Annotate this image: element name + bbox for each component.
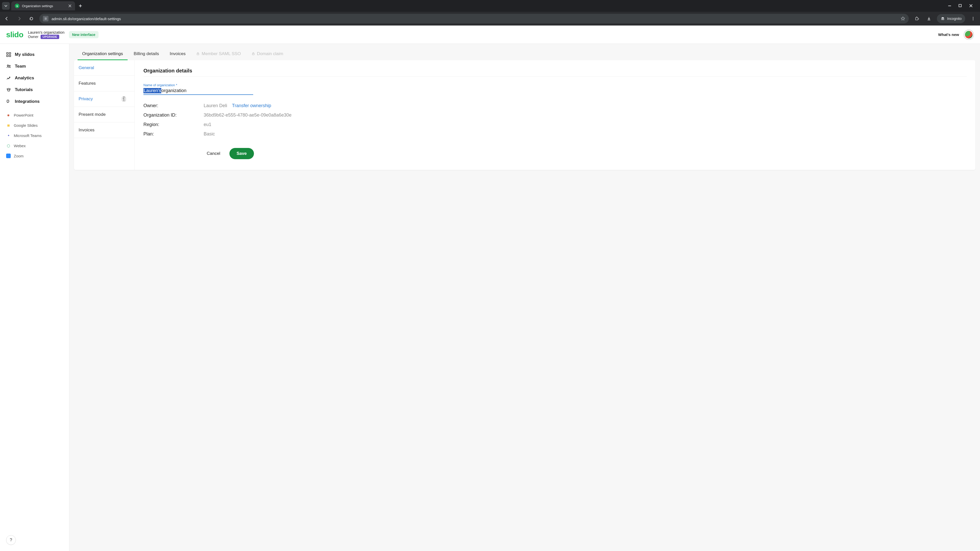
selected-text: Lauren's [143, 88, 161, 94]
region-label: Region: [143, 122, 201, 127]
header-org-name: Lauren's organization [28, 30, 65, 35]
org-block: Lauren's organization Owner UPGRADE [28, 30, 65, 39]
owner-label: Owner: [143, 103, 201, 108]
browser-menu-button[interactable] [969, 14, 977, 23]
sub-tab-invoices[interactable]: Invoices [74, 122, 135, 138]
sub-tab-general[interactable]: General [74, 60, 135, 76]
sidebar: My slidos Team Analytics Tutorials Integ… [0, 44, 69, 551]
extensions-button[interactable] [912, 14, 921, 23]
sidebar-item-tutorials[interactable]: Tutorials [3, 85, 67, 95]
maximize-icon [959, 4, 962, 7]
bookmark-button[interactable] [900, 16, 905, 21]
svg-rect-11 [6, 55, 8, 57]
star-icon [900, 16, 905, 21]
tab-invoices[interactable]: Invoices [165, 48, 190, 60]
sub-tabs: General Features Privacy ╢ Present mode … [74, 60, 135, 170]
svg-rect-15 [197, 54, 199, 55]
sub-tab-features[interactable]: Features [74, 76, 135, 91]
new-interface-badge[interactable]: New interface [69, 31, 98, 38]
sidebar-item-analytics[interactable]: Analytics [3, 73, 67, 83]
integration-label: Google Slides [14, 123, 38, 127]
nav-back-button[interactable] [3, 14, 11, 23]
downloads-button[interactable] [924, 14, 933, 23]
whats-new-button[interactable]: What's new [938, 32, 959, 37]
plus-icon [79, 4, 82, 8]
sidebar-item-integrations[interactable]: Integrations [3, 97, 67, 106]
integration-label: Microsoft Teams [14, 133, 41, 138]
integration-google-slides[interactable]: ▦ Google Slides [3, 121, 67, 130]
transfer-ownership-link[interactable]: Transfer ownership [232, 103, 271, 108]
tab-organization-settings[interactable]: Organization settings [78, 48, 127, 60]
section-title: Organization details [143, 68, 967, 74]
input-rest-text: organization [161, 88, 186, 94]
window-maximize-button[interactable] [959, 4, 964, 8]
svg-point-4 [942, 19, 942, 20]
cancel-button[interactable]: Cancel [201, 148, 226, 159]
site-settings-icon[interactable] [43, 16, 48, 21]
app-body: My slidos Team Analytics Tutorials Integ… [0, 44, 980, 551]
sub-tab-label: General [79, 65, 94, 70]
url-text: admin.sli.do/organization/default-settin… [52, 17, 121, 21]
app-header: slido Lauren's organization Owner UPGRAD… [0, 25, 980, 44]
field-label-text: Name of organization [143, 83, 175, 87]
sub-tab-privacy[interactable]: Privacy ╢ [74, 91, 135, 107]
nav-forward-button[interactable] [15, 14, 24, 23]
toolbar-right: Incognito [912, 14, 977, 23]
tab-label: Domain claim [257, 51, 283, 56]
minimize-icon [948, 4, 951, 8]
download-icon [927, 16, 931, 21]
arrow-right-icon [17, 16, 21, 21]
region-value: eu1 [204, 122, 967, 127]
sidebar-item-label: My slidos [15, 52, 35, 57]
tab-domain-claim[interactable]: Domain claim [247, 48, 288, 60]
cursor-icon: ╢ [122, 97, 126, 101]
integration-microsoft-teams[interactable]: ✦ Microsoft Teams [3, 131, 67, 140]
tab-member-saml-sso[interactable]: Member SAML SSO [192, 48, 245, 60]
analytics-icon [6, 76, 11, 81]
zoom-icon [6, 154, 11, 158]
powerpoint-icon: ◉ [6, 113, 11, 118]
slido-logo[interactable]: slido [6, 30, 24, 39]
plan-label: Plan: [143, 131, 201, 137]
upgrade-badge[interactable]: UPGRADE [41, 35, 59, 39]
browser-toolbar: admin.sli.do/organization/default-settin… [0, 12, 980, 25]
sidebar-item-my-slidos[interactable]: My slidos [3, 49, 67, 60]
org-name-input[interactable]: Lauren's organization [143, 87, 253, 95]
tab-search-button[interactable] [2, 2, 10, 10]
integration-zoom[interactable]: Zoom [3, 151, 67, 160]
help-icon: ? [10, 537, 12, 543]
org-name-label: Name of organization * [143, 83, 967, 87]
address-bar[interactable]: admin.sli.do/organization/default-settin… [39, 14, 909, 24]
browser-chrome: s Organization settings admin.sli.do/org… [0, 0, 980, 25]
tab-close-button[interactable] [68, 4, 72, 7]
incognito-label: Incognito [947, 17, 962, 21]
svg-point-1 [45, 17, 45, 18]
form-buttons: Cancel Save [201, 148, 967, 159]
sidebar-item-label: Tutorials [15, 87, 33, 92]
incognito-indicator[interactable]: Incognito [937, 14, 965, 23]
nav-reload-button[interactable] [27, 14, 36, 23]
window-close-button[interactable] [969, 4, 974, 8]
new-tab-button[interactable] [76, 2, 84, 10]
sub-tab-label: Privacy [79, 97, 93, 101]
tab-strip: s Organization settings [0, 0, 980, 12]
tab-billing-details[interactable]: Billing details [129, 48, 164, 60]
content-area: Organization settings Billing details In… [69, 44, 980, 551]
window-minimize-button[interactable] [948, 4, 953, 8]
sub-tab-label: Present mode [79, 112, 106, 117]
svg-point-2 [46, 18, 46, 19]
sidebar-item-team[interactable]: Team [3, 61, 67, 71]
required-mark: * [176, 83, 177, 87]
account-avatar[interactable] [964, 30, 974, 40]
panel-body: Organization details Name of organizatio… [135, 60, 975, 170]
help-button[interactable]: ? [6, 535, 16, 545]
integration-powerpoint[interactable]: ◉ PowerPoint [3, 111, 67, 119]
browser-tab[interactable]: s Organization settings [11, 1, 75, 11]
integration-webex[interactable]: ◯ Webex [3, 141, 67, 150]
sub-tab-present-mode[interactable]: Present mode [74, 107, 135, 122]
svg-point-3 [45, 19, 46, 20]
sidebar-item-label: Integrations [15, 99, 40, 104]
header-right: What's new [938, 30, 974, 40]
team-icon [6, 64, 11, 69]
save-button[interactable]: Save [229, 148, 254, 159]
